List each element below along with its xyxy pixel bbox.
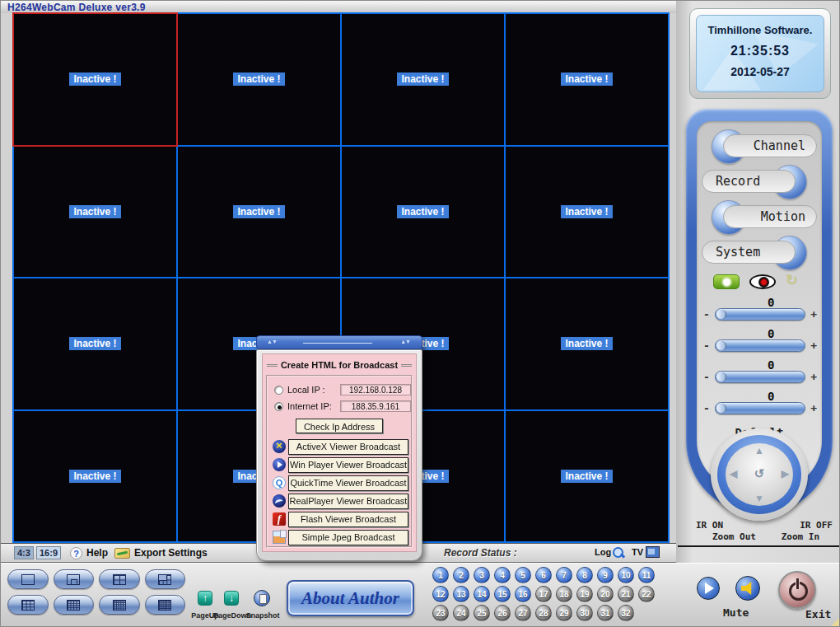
check-ip-address-button[interactable]: Check Ip Address [296, 419, 383, 433]
local-ip-field[interactable]: 192.168.0.128 [340, 384, 411, 395]
channel-1-button[interactable]: 1 [432, 567, 449, 583]
channel-11-button[interactable]: 11 [638, 567, 655, 583]
slider-track[interactable] [715, 308, 805, 321]
video-cell[interactable]: Inactive ! [342, 147, 504, 278]
ptz-down-button[interactable]: ▼ [754, 493, 764, 504]
zoom-in-label[interactable]: Zoom In [782, 531, 819, 542]
aspect-4-3-button[interactable]: 4:3 [14, 546, 34, 559]
eye-icon[interactable] [749, 274, 776, 289]
video-cell[interactable]: Inactive ! [506, 14, 668, 145]
layout-4x4-button[interactable] [54, 595, 95, 615]
aspect-16-9-button[interactable]: 16:9 [36, 546, 61, 559]
channel-15-button[interactable]: 15 [494, 586, 511, 602]
slider-minus-button[interactable]: - [703, 371, 710, 383]
channel-18-button[interactable]: 18 [556, 586, 572, 602]
video-cell[interactable]: Inactive ! [14, 14, 176, 145]
exit-button[interactable] [778, 571, 816, 609]
tv-icon[interactable] [646, 546, 660, 558]
channel-6-button[interactable]: 6 [535, 567, 552, 583]
channel-4-button[interactable]: 4 [494, 567, 511, 583]
ptz-right-button[interactable]: ▶ [782, 468, 789, 480]
layout-3x3-button[interactable] [7, 595, 49, 615]
activex-broadcast-button[interactable]: ActiveX Viewer Broadcast [288, 439, 408, 455]
video-cell[interactable]: Inactive ! [14, 411, 176, 542]
log-search-icon[interactable] [612, 546, 625, 559]
slider-plus-button[interactable]: + [810, 308, 817, 321]
channel-21-button[interactable]: 21 [618, 586, 634, 602]
channel-9-button[interactable]: 9 [597, 567, 614, 583]
channel-30-button[interactable]: 30 [576, 605, 593, 621]
snapshot-label[interactable]: Snapshot [244, 611, 282, 620]
help-label[interactable]: Help [86, 547, 108, 559]
channel-25-button[interactable]: 25 [474, 605, 490, 621]
menu-motion-button[interactable]: Motion [702, 200, 817, 236]
ir-on-label[interactable]: IR ON [696, 520, 723, 531]
internet-ip-radio[interactable] [274, 402, 283, 411]
channel-19-button[interactable]: 19 [576, 586, 593, 602]
export-settings-icon[interactable] [114, 548, 130, 559]
channel-12-button[interactable]: 12 [432, 586, 449, 602]
channel-17-button[interactable]: 17 [535, 586, 552, 602]
about-author-button[interactable]: About Author [287, 580, 414, 616]
slider-plus-button[interactable]: + [810, 339, 817, 352]
snapshot-icon[interactable] [254, 590, 270, 606]
slider-minus-button[interactable]: - [703, 308, 710, 321]
pagedown-icon[interactable] [224, 591, 239, 606]
channel-22-button[interactable]: 22 [638, 586, 655, 602]
play-button[interactable] [697, 577, 720, 600]
jpeg-broadcast-button[interactable]: Simple Jpeg Broadcast [288, 530, 408, 545]
zoom-out-label[interactable]: Zoom Out [712, 531, 756, 542]
channel-20-button[interactable]: 20 [597, 586, 614, 602]
layout-1x1-button[interactable] [7, 569, 49, 589]
layout-1p5-button[interactable] [145, 569, 186, 589]
layout-pip-button[interactable] [54, 569, 95, 589]
channel-31-button[interactable]: 31 [597, 605, 614, 621]
channel-14-button[interactable]: 14 [474, 586, 490, 602]
channel-29-button[interactable]: 29 [556, 605, 572, 621]
channel-27-button[interactable]: 27 [515, 605, 531, 621]
layout-6x6-button[interactable] [145, 595, 186, 615]
ptz-center-button[interactable]: ↺ [754, 466, 765, 481]
resize-grip[interactable] [829, 616, 840, 627]
internet-ip-field[interactable]: 188.35.9.161 [340, 400, 411, 412]
local-ip-radio[interactable] [274, 386, 283, 395]
channel-10-button[interactable]: 10 [618, 567, 634, 583]
pageup-icon[interactable] [198, 591, 212, 606]
channel-26-button[interactable]: 26 [494, 605, 511, 621]
channel-23-button[interactable]: 23 [432, 605, 449, 621]
layout-5x5-button[interactable] [99, 595, 140, 615]
channel-16-button[interactable]: 16 [515, 586, 531, 602]
ir-off-label[interactable]: IR OFF [800, 520, 833, 531]
video-cell[interactable]: Inactive ! [14, 278, 176, 409]
channel-7-button[interactable]: 7 [556, 567, 572, 583]
channel-32-button[interactable]: 32 [618, 605, 634, 621]
slider-plus-button[interactable]: + [810, 371, 817, 383]
ptz-up-button[interactable]: ▲ [754, 445, 764, 456]
video-cell[interactable]: Inactive ! [178, 14, 340, 145]
channel-13-button[interactable]: 13 [453, 586, 469, 602]
channel-8-button[interactable]: 8 [576, 567, 593, 583]
menu-record-button[interactable]: Record [702, 165, 817, 200]
video-cell[interactable]: Inactive ! [506, 278, 668, 409]
tv-label[interactable]: TV [632, 547, 643, 557]
slider-track[interactable] [715, 371, 805, 383]
dialog-title-bar[interactable] [256, 335, 422, 349]
help-icon[interactable]: ? [70, 547, 82, 559]
channel-3-button[interactable]: 3 [474, 567, 490, 583]
slider-track[interactable] [715, 339, 805, 352]
menu-channel-button[interactable]: Channel [702, 129, 817, 165]
export-settings-label[interactable]: Export Settings [134, 547, 208, 559]
loop-icon[interactable] [786, 271, 798, 289]
video-cell[interactable]: Inactive ! [506, 411, 668, 542]
layout-2x2-button[interactable] [99, 569, 140, 589]
log-label[interactable]: Log [595, 547, 611, 557]
quicktime-broadcast-button[interactable]: QuickTime Viewer Broadcast [288, 475, 408, 491]
channel-28-button[interactable]: 28 [535, 605, 552, 621]
video-cell[interactable]: Inactive ! [178, 147, 340, 278]
realplayer-broadcast-button[interactable]: RealPlayer Viewer Broadcast [288, 494, 408, 509]
slider-minus-button[interactable]: - [703, 339, 710, 352]
slider-minus-button[interactable]: - [703, 402, 710, 414]
mute-button[interactable] [735, 576, 760, 601]
menu-system-button[interactable]: System [702, 236, 817, 271]
video-cell[interactable]: Inactive ! [14, 147, 176, 278]
